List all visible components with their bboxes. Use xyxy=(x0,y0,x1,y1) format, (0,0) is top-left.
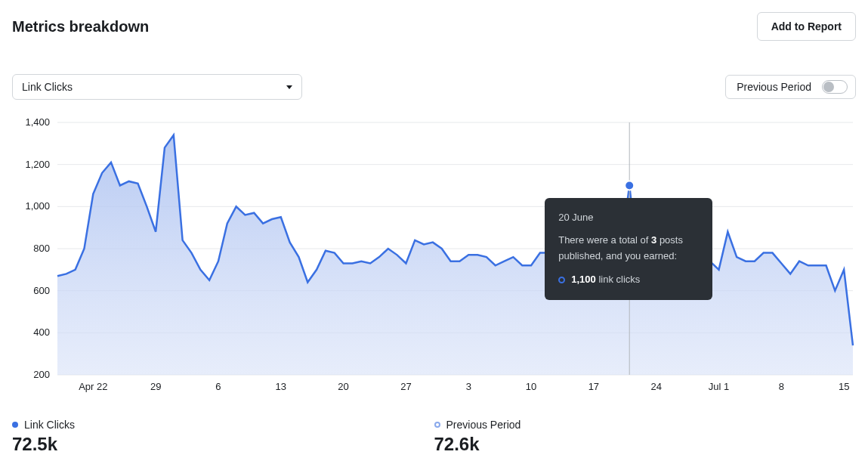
metric-select-value: Link Clicks xyxy=(22,81,73,93)
caret-down-icon xyxy=(286,85,292,89)
footer-current-label: Link Clicks xyxy=(12,419,434,431)
metric-select[interactable]: Link Clicks xyxy=(12,74,302,100)
svg-point-28 xyxy=(625,181,634,190)
series-dot-hollow-icon xyxy=(434,422,440,428)
svg-text:Jul 1: Jul 1 xyxy=(709,381,729,392)
footer-current-value: 72.5k xyxy=(12,434,434,455)
svg-text:200: 200 xyxy=(33,369,50,380)
svg-text:1,400: 1,400 xyxy=(25,118,50,128)
svg-text:1,200: 1,200 xyxy=(25,159,50,170)
toggle-knob xyxy=(823,82,834,92)
svg-text:600: 600 xyxy=(33,285,50,296)
svg-text:29: 29 xyxy=(150,381,161,392)
svg-text:3: 3 xyxy=(466,381,471,392)
series-dot-icon xyxy=(12,422,18,428)
toggle-track xyxy=(822,80,848,94)
svg-text:1,000: 1,000 xyxy=(25,200,50,212)
svg-text:13: 13 xyxy=(276,381,286,392)
svg-text:20: 20 xyxy=(338,381,348,392)
footer: Link Clicks 72.5k Previous Period 72.6k xyxy=(12,419,856,455)
svg-text:400: 400 xyxy=(33,326,50,338)
add-to-report-button[interactable]: Add to Report xyxy=(757,12,856,41)
svg-text:6: 6 xyxy=(215,381,221,392)
previous-period-toggle[interactable]: Previous Period xyxy=(725,75,856,99)
svg-text:17: 17 xyxy=(588,381,599,392)
svg-text:Apr 22: Apr 22 xyxy=(79,381,107,392)
svg-text:15: 15 xyxy=(839,381,849,392)
header: Metrics breakdown Add to Report xyxy=(12,12,856,41)
svg-text:27: 27 xyxy=(400,381,411,392)
footer-previous-value: 72.6k xyxy=(434,434,857,455)
footer-previous: Previous Period 72.6k xyxy=(434,419,857,455)
footer-current: Link Clicks 72.5k xyxy=(12,419,434,455)
svg-text:800: 800 xyxy=(33,243,50,254)
svg-text:10: 10 xyxy=(526,381,536,392)
footer-previous-label: Previous Period xyxy=(434,419,857,431)
svg-text:8: 8 xyxy=(779,381,784,392)
page-title: Metrics breakdown xyxy=(12,18,149,36)
toggle-label: Previous Period xyxy=(737,81,811,93)
chart[interactable]: 2004006008001,0001,2001,400Apr 222961320… xyxy=(12,118,856,397)
svg-text:24: 24 xyxy=(650,381,661,392)
controls: Link Clicks Previous Period xyxy=(12,74,856,100)
